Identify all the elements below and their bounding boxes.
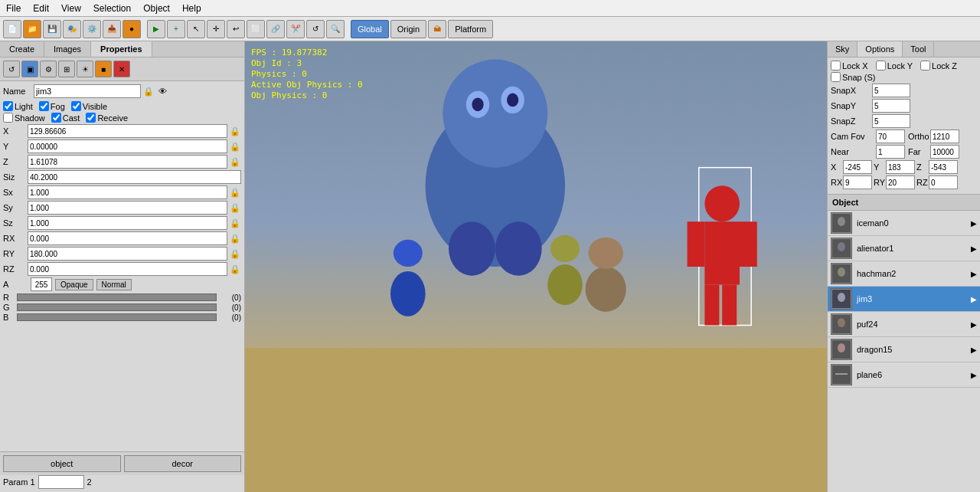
object-button[interactable]: object	[3, 455, 121, 472]
rz-input[interactable]	[28, 262, 227, 276]
lock-z-check[interactable]: Lock Z	[920, 61, 957, 71]
mesh-button[interactable]: 🎭	[63, 20, 81, 38]
x-input[interactable]	[28, 124, 227, 138]
rz-lock[interactable]: 🔒	[229, 263, 241, 275]
zoom-out-button[interactable]: 🔍	[326, 20, 345, 38]
global-button[interactable]: Global	[351, 20, 389, 38]
sphere-button[interactable]: ●	[122, 20, 141, 38]
rx-input[interactable]	[28, 231, 227, 245]
name-lock[interactable]: 🔒	[142, 85, 155, 97]
y-input[interactable]	[28, 139, 227, 153]
menu-help[interactable]: Help	[176, 2, 207, 15]
snap-x-input[interactable]	[872, 84, 910, 97]
sx-input[interactable]	[28, 185, 227, 199]
settings-button[interactable]: ⚙️	[83, 20, 101, 38]
fog-check[interactable]: Fog	[39, 101, 65, 111]
alpha-input[interactable]	[31, 277, 52, 291]
visible-check[interactable]: Visible	[71, 101, 107, 111]
name-input[interactable]	[34, 84, 141, 98]
sz-input[interactable]	[28, 216, 227, 230]
siz-label: Siz	[3, 172, 28, 182]
menu-edit[interactable]: Edit	[27, 2, 55, 15]
sx-lock[interactable]: 🔒	[229, 186, 241, 198]
px-input[interactable]	[843, 160, 872, 174]
snap-y-input[interactable]	[872, 99, 910, 113]
move-button[interactable]: ✛	[207, 20, 225, 38]
decor-button[interactable]: decor	[124, 455, 242, 472]
menu-view[interactable]: View	[55, 2, 87, 15]
shadow-check[interactable]: Shadow	[3, 113, 45, 123]
tab-create[interactable]: Create	[0, 41, 44, 57]
obj-item-jim3[interactable]: jim3 ▶	[828, 287, 980, 312]
siz-input[interactable]	[28, 170, 241, 184]
pz-input[interactable]	[929, 160, 958, 174]
name-eye[interactable]: 👁	[156, 85, 168, 97]
new-button[interactable]: 📄	[3, 20, 21, 38]
lock-x-check[interactable]: Lock X	[831, 61, 868, 71]
snap-check[interactable]: Snap (S)	[831, 72, 875, 82]
menu-selection[interactable]: Selection	[87, 2, 137, 15]
z-input[interactable]	[28, 155, 227, 169]
tab-options[interactable]: Options	[858, 41, 903, 57]
menu-object[interactable]: Object	[137, 2, 176, 15]
obj-item-iceman0[interactable]: iceman0 ▶	[828, 211, 980, 236]
sy-input[interactable]	[28, 201, 227, 215]
cast-check[interactable]: Cast	[51, 113, 80, 123]
rrx-input[interactable]	[843, 175, 872, 189]
ti-mesh-icon[interactable]: ▣	[21, 61, 38, 77]
save-button[interactable]: 💾	[43, 20, 61, 38]
obj-item-plane6[interactable]: plane6 ▶	[828, 362, 980, 388]
far-input[interactable]	[930, 145, 959, 159]
obj-item-alienator1[interactable]: alienator1 ▶	[828, 236, 980, 261]
play-button[interactable]: ▶	[147, 20, 165, 38]
cam-fov-input[interactable]	[876, 130, 905, 143]
tab-properties[interactable]: Properties	[91, 41, 152, 57]
y-lock[interactable]: 🔒	[229, 140, 241, 153]
ortho-input[interactable]	[930, 130, 959, 143]
light-check[interactable]: Light	[3, 101, 33, 111]
obj-item-hachman2[interactable]: hachman2 ▶	[828, 261, 980, 287]
receive-check[interactable]: Receive	[86, 113, 128, 123]
import-button[interactable]: 📥	[103, 20, 121, 38]
snap-z-input[interactable]	[872, 114, 910, 128]
sz-lock[interactable]: 🔒	[229, 217, 241, 229]
ry-input[interactable]	[28, 247, 227, 261]
lock-y-check[interactable]: Lock Y	[876, 61, 913, 71]
ti-group-icon[interactable]: ⊞	[58, 61, 75, 77]
rry-input[interactable]	[886, 175, 915, 189]
rotate-button[interactable]: ↺	[306, 20, 325, 38]
ti-fx-icon[interactable]: ☀	[77, 61, 93, 77]
platform-button[interactable]: Platform	[448, 20, 493, 38]
ti-delete-icon[interactable]: ✕	[113, 61, 130, 77]
origin-button[interactable]: Origin	[390, 20, 426, 38]
tab-sky[interactable]: Sky	[828, 41, 858, 57]
viewport[interactable]: FPS : 19.877382 Obj Id : 3 Physics : 0 A…	[245, 41, 827, 492]
tab-tool[interactable]: Tool	[903, 41, 934, 57]
ti-gear-icon[interactable]: ⚙	[40, 61, 57, 77]
add-button[interactable]: +	[167, 20, 185, 38]
box-button[interactable]: ⬜	[247, 20, 265, 38]
opacity-button[interactable]: Opaque	[55, 279, 93, 290]
blend-mode-button[interactable]: Normal	[96, 279, 132, 290]
sy-lock[interactable]: 🔒	[229, 202, 241, 214]
ry-lock[interactable]: 🔒	[229, 248, 241, 260]
py-input[interactable]	[886, 160, 915, 174]
open-button[interactable]: 📁	[23, 20, 41, 38]
rrz-input[interactable]	[929, 175, 958, 189]
delete-button[interactable]: ✂️	[286, 20, 305, 38]
tab-images[interactable]: Images	[44, 41, 91, 57]
obj-item-dragon15[interactable]: dragon15 ▶	[828, 337, 980, 362]
creature-pupil-right	[507, 93, 518, 107]
ti-rotate-icon[interactable]: ↺	[3, 61, 20, 77]
x-lock[interactable]: 🔒	[229, 125, 241, 137]
link-button[interactable]: 🔗	[266, 20, 285, 38]
rx-lock[interactable]: 🔒	[229, 232, 241, 244]
menu-file[interactable]: File	[0, 2, 27, 15]
obj-item-puf24[interactable]: puf24 ▶	[828, 312, 980, 337]
undo-button[interactable]: ↩	[227, 20, 245, 38]
select-button[interactable]: ↖	[187, 20, 205, 38]
near-input[interactable]	[876, 145, 905, 159]
z-lock[interactable]: 🔒	[229, 156, 241, 168]
param-input[interactable]	[38, 475, 84, 489]
ti-color-icon[interactable]: ■	[95, 61, 112, 77]
